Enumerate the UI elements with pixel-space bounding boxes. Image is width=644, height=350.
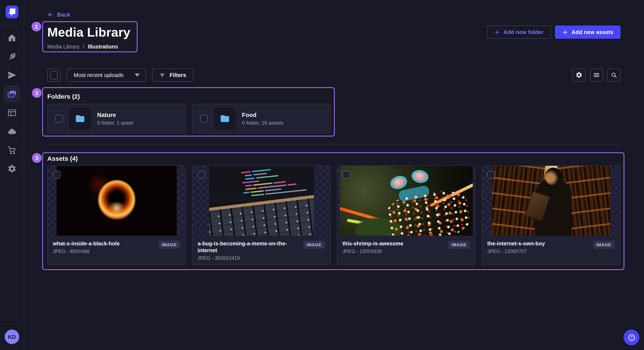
filters-button[interactable]: Filters xyxy=(152,68,193,82)
folder-name: Food xyxy=(242,111,284,118)
thumb-art xyxy=(388,174,409,191)
folder-icon xyxy=(75,114,85,124)
asset-footer: what-s-inside-a-black-hole JPEG - 800X46… xyxy=(48,236,185,254)
annotation-badge-2: 2 xyxy=(32,88,42,98)
folder-tile xyxy=(69,108,91,130)
user-avatar[interactable]: KD xyxy=(5,330,19,344)
asset-footer: this-shrimp-is-awesome JPEG - 1200X630 I… xyxy=(337,236,475,254)
add-new-folder-button[interactable]: Add new folder xyxy=(487,25,551,39)
asset-thumbnail-area xyxy=(192,166,330,236)
plus-icon xyxy=(494,29,500,35)
asset-checkbox[interactable] xyxy=(487,171,495,178)
chevron-down-icon xyxy=(134,74,140,77)
toolbar-right xyxy=(572,68,620,82)
layout-icon xyxy=(7,108,16,117)
folder-checkbox[interactable] xyxy=(200,115,208,123)
cart-icon xyxy=(7,146,16,155)
folder-name: Nature xyxy=(97,111,133,118)
section-divider xyxy=(47,144,620,145)
toolbar-left: Most recent uploads Filters xyxy=(47,68,193,82)
folders-grid: Nature 0 folder, 1 asset Food 0 folder, … xyxy=(47,104,620,134)
back-label: Back xyxy=(57,11,70,18)
thumb-art xyxy=(239,166,314,199)
add-new-folder-label: Add new folder xyxy=(504,29,544,35)
asset-title: the-internet-s-own-boy xyxy=(487,240,545,247)
page-title: Media Library xyxy=(47,25,130,40)
asset-text: a-bug-is-becoming-a-meme-on-the-internet… xyxy=(198,240,300,261)
asset-type-badge: IMAGE xyxy=(593,241,614,249)
thumb-art xyxy=(410,169,429,184)
asset-thumbnail-area xyxy=(482,166,620,236)
folder-checkbox[interactable] xyxy=(55,115,63,123)
plus-icon xyxy=(562,29,568,35)
asset-meta: JPEG - 1200X630 xyxy=(342,249,403,254)
sort-dropdown[interactable]: Most recent uploads xyxy=(66,68,146,82)
folder-card-nature[interactable]: Nature 0 folder, 1 asset xyxy=(47,104,186,134)
breadcrumb-parent[interactable]: Media Library xyxy=(47,44,80,50)
header-actions: Add new folder Add new assets xyxy=(487,25,620,39)
thumb-art xyxy=(209,197,314,236)
asset-thumbnail-shrimp xyxy=(340,166,472,236)
sidebar-item-releases[interactable] xyxy=(4,67,20,84)
arrow-left-icon xyxy=(47,11,54,18)
sidebar-item-content-manager[interactable] xyxy=(4,48,20,65)
sidebar-item-media-library[interactable] xyxy=(4,85,20,103)
asset-footer: a-bug-is-becoming-a-meme-on-the-internet… xyxy=(192,236,330,261)
title-block: Media Library Media Library / Illustrati… xyxy=(47,25,130,50)
asset-checkbox[interactable] xyxy=(342,171,350,178)
add-new-assets-button[interactable]: Add new assets xyxy=(555,25,620,39)
asset-thumbnail-black-hole xyxy=(56,166,176,236)
sidebar-nav xyxy=(4,29,20,177)
sidebar-item-marketplace[interactable] xyxy=(4,142,20,159)
annotation-badge-1: 1 xyxy=(32,22,41,31)
question-mark-icon: ? xyxy=(627,333,636,342)
asset-thumbnail-area xyxy=(48,166,185,236)
folder-card-food[interactable]: Food 0 folder, 16 assets xyxy=(192,104,330,134)
help-button[interactable]: ? xyxy=(624,330,639,345)
back-link[interactable]: Back xyxy=(47,11,70,18)
folders-heading: Folders (2) xyxy=(47,93,620,100)
asset-thumbnail-library xyxy=(492,166,610,236)
app-window: KD Back Media Library Media Library / Il… xyxy=(0,0,644,350)
media-library-icon xyxy=(7,89,16,99)
asset-title: this-shrimp-is-awesome xyxy=(342,240,403,247)
asset-text: what-s-inside-a-black-hole JPEG - 800X46… xyxy=(53,240,120,254)
asset-checkbox[interactable] xyxy=(198,171,205,178)
sidebar-item-deploy[interactable] xyxy=(4,123,20,140)
strapi-logo[interactable] xyxy=(6,5,18,18)
breadcrumb-separator: / xyxy=(83,44,84,50)
cloud-icon xyxy=(7,127,16,136)
asset-text: this-shrimp-is-awesome JPEG - 1200X630 xyxy=(342,240,403,254)
home-icon xyxy=(7,33,16,42)
asset-card-internets-own-boy[interactable]: the-internet-s-own-boy JPEG - 1200X707 I… xyxy=(482,166,620,265)
select-all-checkbox[interactable] xyxy=(47,68,60,82)
checkbox-box xyxy=(50,71,58,79)
asset-footer: the-internet-s-own-boy JPEG - 1200X707 I… xyxy=(482,236,620,254)
asset-thumbnail-laptop-code xyxy=(209,166,314,236)
grid-settings-button[interactable] xyxy=(572,68,586,82)
asset-meta: JPEG - 3628X2419 xyxy=(198,256,300,261)
sidebar-footer: KD xyxy=(0,324,24,350)
asset-meta: JPEG - 800X466 xyxy=(53,249,120,254)
sidebar-item-home[interactable] xyxy=(4,29,20,46)
asset-checkbox[interactable] xyxy=(53,171,60,178)
assets-grid: what-s-inside-a-black-hole JPEG - 800X46… xyxy=(47,166,620,265)
header-row: Media Library Media Library / Illustrati… xyxy=(47,25,620,50)
folder-meta: 0 folder, 1 asset xyxy=(97,120,133,126)
asset-title: a-bug-is-becoming-a-meme-on-the-internet xyxy=(198,240,300,254)
toolbar: Most recent uploads Filters xyxy=(47,68,620,82)
asset-card-bug-meme[interactable]: a-bug-is-becoming-a-meme-on-the-internet… xyxy=(192,166,330,265)
gear-icon xyxy=(7,164,16,174)
search-button[interactable] xyxy=(607,68,620,82)
sidebar-item-settings[interactable] xyxy=(4,160,20,177)
asset-card-shrimp[interactable]: this-shrimp-is-awesome JPEG - 1200X630 I… xyxy=(337,166,475,265)
list-view-button[interactable] xyxy=(590,68,603,82)
sort-value: Most recent uploads xyxy=(74,72,124,78)
gear-icon xyxy=(576,71,583,79)
sidebar-item-content-type-builder[interactable] xyxy=(4,104,20,121)
strapi-logo-glyph xyxy=(10,8,15,14)
filter-icon xyxy=(159,72,165,78)
asset-card-black-hole[interactable]: what-s-inside-a-black-hole JPEG - 800X46… xyxy=(47,166,186,265)
asset-type-badge: IMAGE xyxy=(303,241,325,249)
sidebar-divider xyxy=(0,324,24,325)
